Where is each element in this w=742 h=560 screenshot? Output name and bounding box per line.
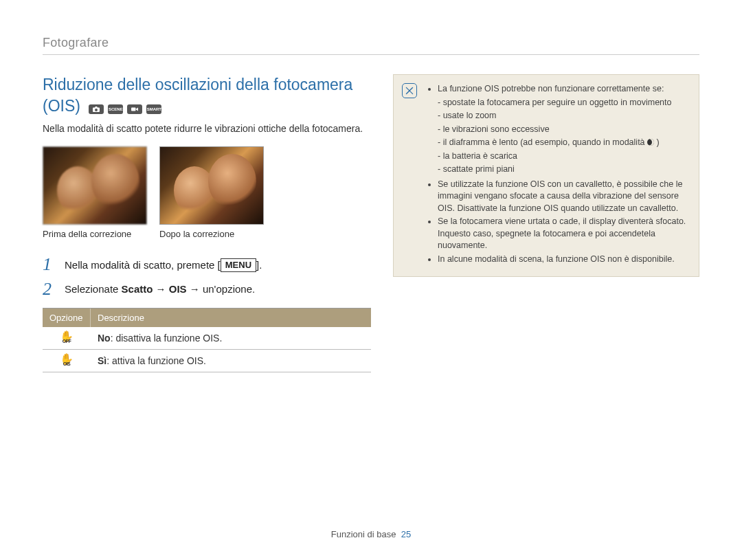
- row-0-bold: No: [98, 333, 111, 344]
- step-2-mid2: → un'opzione.: [187, 283, 256, 295]
- moon-icon: [647, 139, 654, 146]
- mode-icons-row: SCENE SMART: [89, 104, 161, 114]
- table-row: ✋OIS Sì: attiva la funzione OIS.: [43, 350, 371, 372]
- note-b1-sub: usate lo zoom: [438, 110, 689, 122]
- table-head-option: Opzione: [43, 309, 91, 327]
- step-1-prefix: Nella modalità di scatto, premete [: [65, 259, 221, 271]
- before-caption: Prima della correzione: [43, 229, 147, 239]
- step-2-b1: Scatto: [122, 283, 153, 295]
- note-b3: Se la fotocamera viene urtata o cade, il…: [438, 216, 689, 252]
- step-2-prefix: Selezionate: [65, 283, 122, 295]
- footer-page-number: 25: [401, 529, 411, 539]
- breadcrumb: Fotografare: [43, 36, 699, 55]
- row-1-bold: Sì: [98, 355, 106, 366]
- step-2-mid1: →: [153, 283, 168, 295]
- step-2: 2 Selezionate Scatto → OIS → un'opzione.: [43, 280, 371, 298]
- ois-off-icon: ✋OFF: [60, 333, 74, 343]
- step-number: 2: [43, 280, 56, 298]
- ois-on-icon: ✋OIS: [60, 356, 74, 366]
- row-0-rest: : disattiva la funzione OIS.: [111, 333, 223, 344]
- note-b1-sub: la batteria è scarica: [438, 150, 689, 163]
- camera-mode-icon: [89, 104, 104, 114]
- note-icon: [402, 83, 417, 98]
- page-title-line1: Riduzione delle oscillazioni della fotoc…: [43, 76, 352, 93]
- step-2-b2: OIS: [169, 283, 187, 295]
- row-1-rest: : attiva la funzione OIS.: [106, 355, 206, 366]
- smart-mode-icon: SMART: [146, 104, 161, 114]
- note-b1-sub: le vibrazioni sono eccessive: [438, 124, 689, 136]
- left-column: Riduzione delle oscillazioni della fotoc…: [43, 74, 371, 372]
- note-b1-sub: il diaframma è lento (ad esempio, quando…: [438, 137, 689, 149]
- page-footer: Funzioni di base 25: [0, 529, 742, 539]
- before-correction-image: [43, 146, 147, 225]
- after-caption: Dopo la correzione: [159, 229, 264, 239]
- video-mode-icon: [127, 104, 142, 114]
- table-head-desc: Descrizione: [91, 309, 371, 327]
- svg-rect-0: [131, 108, 136, 111]
- scene-mode-icon: SCENE: [108, 104, 123, 114]
- table-row: ✋OFF No: disattiva la funzione OIS.: [43, 327, 371, 350]
- page-title-line2: (OIS): [43, 97, 80, 115]
- step-number: 1: [43, 256, 56, 273]
- options-table: Opzione Descrizione ✋OFF No: disattiva l…: [43, 308, 371, 372]
- note-b1: La funzione OIS potrebbe non funzionare …: [438, 84, 664, 93]
- step-1-suffix: ].: [256, 259, 262, 271]
- note-b4: In alcune modalità di scena, la funzione…: [438, 254, 689, 266]
- menu-button-label: MENU: [221, 258, 256, 272]
- note-b1-sub: scattate primi piani: [438, 164, 689, 176]
- footer-section: Funzioni di base: [331, 529, 396, 539]
- after-correction-image: [159, 146, 264, 225]
- right-column: La funzione OIS potrebbe non funzionare …: [393, 74, 699, 372]
- step-1: 1 Nella modalità di scatto, premete [MEN…: [43, 256, 371, 273]
- info-box: La funzione OIS potrebbe non funzionare …: [393, 74, 699, 277]
- intro-text: Nella modalità di scatto potete ridurre …: [43, 122, 371, 135]
- note-b1-sub: spostate la fotocamera per seguire un og…: [438, 97, 689, 109]
- note-b2: Se utilizzate la funzione OIS con un cav…: [438, 179, 689, 215]
